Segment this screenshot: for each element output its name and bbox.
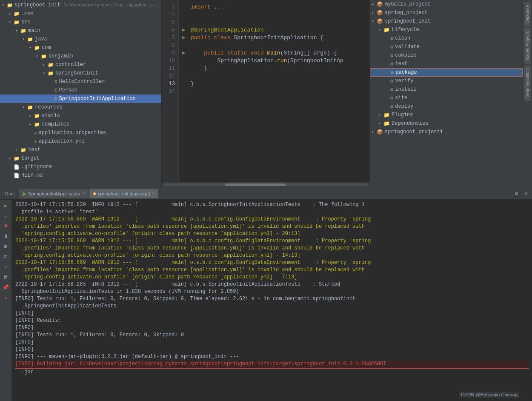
editor-area: 3 4 5 6 7 8 9 10 11 12 13 14 ​import <box>162 0 369 187</box>
tree-item-com[interactable]: ▾📁com <box>0 43 161 52</box>
code-line <box>182 72 366 80</box>
maven-item-clean[interactable]: ⚙clean <box>370 34 523 43</box>
wrap-button[interactable]: ↩ <box>2 263 10 271</box>
maven-item-test[interactable]: ⚙test <box>370 60 523 68</box>
tree-item-test[interactable]: ▸📁test <box>0 146 161 154</box>
tree-item-application.properties[interactable]: ⚙application.properties <box>0 129 161 137</box>
stop-button[interactable]: ■ <box>2 222 10 230</box>
code-line: ▶ public static void main(String[] args)… <box>182 49 366 57</box>
clear-button[interactable]: 🗑 <box>2 273 10 281</box>
maven-item-mybatis_project[interactable]: ▸📦mybatis_project <box>370 0 523 9</box>
console-line: 2022-10-17 17:15:56.869 WARN 1912 --- [ … <box>15 216 529 223</box>
line-numbers: 3 4 5 6 7 8 9 10 11 12 13 14 <box>162 0 179 182</box>
pause-button[interactable]: ⏸ <box>2 232 10 241</box>
maven-item-Lifecycle[interactable]: ▾📁Lifecycle <box>370 26 523 34</box>
code-line <box>182 88 366 95</box>
tree-item-java[interactable]: ▾📁java <box>0 35 161 43</box>
console-line: profile is active: "test" <box>15 209 529 216</box>
maven-projects-tab[interactable]: Maven Projects <box>524 28 531 64</box>
console-line: 2022-10-17 17:15:56.869 WARN 1912 --- [ … <box>15 259 529 266</box>
console-line: [INFO] Tests run: 1, Failures: 0, Errors… <box>15 295 529 303</box>
console-line: [INFO] <box>15 339 529 346</box>
download-run-button[interactable]: ⬇ <box>522 189 530 198</box>
project-sidebar: ▾📁springboot_init D:\Developer\project\s… <box>0 0 162 187</box>
pin-button[interactable]: 📌 <box>2 283 10 292</box>
console-line: .jar <box>15 369 529 376</box>
maven-item-compile[interactable]: ⚙compile <box>370 51 523 60</box>
watermark: CSDN @Benjamin Cheung <box>459 392 519 398</box>
console-line: .profiles' imported from location 'class… <box>15 266 529 274</box>
maven-item-install[interactable]: ⚙install <box>370 85 523 94</box>
tree-item-Person[interactable]: CPerson <box>0 86 161 95</box>
maven-icon: ◆ <box>93 191 96 196</box>
code-line: ▶ @SpringBootApplication <box>182 26 366 34</box>
settings-run-button[interactable]: ⚙ <box>512 189 521 198</box>
console-line: 'spring.config.activate.on-profile' [ori… <box>15 252 529 259</box>
tree-item-target[interactable]: ▸📁target <box>0 154 161 163</box>
bean-validation-tab[interactable]: Bean Validation <box>524 65 531 101</box>
console-line: .profiles' imported from location 'class… <box>15 223 529 230</box>
maven-panel: ▸📦mybatis_project▸📦spring_project▾📦sprin… <box>369 0 523 187</box>
tree-item-resources[interactable]: ▾📁resources <box>0 103 161 112</box>
code-line: } <box>182 80 366 88</box>
maven-item-Plugins[interactable]: ▸📁Plugins <box>370 111 523 119</box>
tree-item-.gitignore[interactable]: 📄.gitignore <box>0 163 161 171</box>
code-line <box>182 19 366 26</box>
code-line: ​import ... <box>182 3 366 11</box>
database-tab[interactable]: Database <box>524 2 531 27</box>
fold-button[interactable]: ⊟ <box>2 252 10 261</box>
run-tab-package-label: springboot_init [package] <box>98 191 150 196</box>
maven-item-verify[interactable]: ⚙verify <box>370 77 523 85</box>
horizontal-scrollbar[interactable] <box>162 182 369 187</box>
run-tab-app[interactable]: ▶ SpringbootInitApplication ✕ <box>19 189 89 198</box>
close-tab-button[interactable]: ✕ <box>82 191 85 196</box>
tree-item-SpringbootInitApplication[interactable]: CSpringbootInitApplication <box>0 95 161 103</box>
maven-item-spring_project[interactable]: ▸📦spring_project <box>370 9 523 17</box>
right-sidebar-tabs: Database Maven Projects Bean Validation <box>523 0 532 187</box>
maven-item-site[interactable]: ⚙site <box>370 94 523 102</box>
run-tabs-bar: Run: ▶ SpringbootInitApplication ✕ ◆ spr… <box>0 188 532 200</box>
tree-item-HELP.md[interactable]: 📄HELP.md <box>0 171 161 180</box>
run-label: Run: <box>2 191 18 196</box>
maven-item-package[interactable]: ⚙package <box>370 68 523 77</box>
maven-item-validate[interactable]: ⚙validate <box>370 43 523 51</box>
console-line: 'spring.config.activate.on-profile' [ori… <box>15 274 529 281</box>
expand-button[interactable]: ⊞ <box>2 242 10 251</box>
console-line: [INFO] <box>15 310 529 317</box>
scrollbar-thumb[interactable] <box>225 183 286 186</box>
editor-content: 3 4 5 6 7 8 9 10 11 12 13 14 ​import <box>162 0 369 182</box>
maven-item-Dependencies[interactable]: ▸📁Dependencies <box>370 119 523 128</box>
tree-item-HelloController[interactable]: CHelloController <box>0 77 161 86</box>
tree-item-springbootinit[interactable]: ▾📁springbootinit <box>0 69 161 77</box>
tree-item-static[interactable]: ▸📁static <box>0 112 161 120</box>
console-line: SpringbootInitApplicationTests in 1.838 … <box>15 288 529 295</box>
tree-item-templates[interactable]: ▸📁templates <box>0 120 161 129</box>
code-editor[interactable]: ​import ... ▶ @SpringBootApplication ▶ p… <box>179 0 369 182</box>
scrollbar-track <box>163 183 368 186</box>
run-tab-package[interactable]: ◆ springboot_init [package] ✕ <box>89 189 158 198</box>
tree-item-main[interactable]: ▾📁main <box>0 26 161 35</box>
tree-item-benjamin[interactable]: ▾📁benjamin <box>0 52 161 60</box>
code-line <box>182 42 366 49</box>
tree-item-application.yml[interactable]: ⚙application.yml <box>0 137 161 146</box>
console-line: .profiles' imported from location 'class… <box>15 245 529 252</box>
tree-item-controller[interactable]: ▸📁controller <box>0 60 161 69</box>
error-button[interactable]: ✕ <box>2 293 10 302</box>
tree-item-src[interactable]: ▾📁src <box>0 18 161 26</box>
maven-item-springboot_project1[interactable]: ▸📦springboot_project1 <box>370 128 523 136</box>
run-content-area: ▶ ↓ ■ ⏸ ⊞ ⊟ ↩ 🗑 📌 ✕ 2022-10-17 17:15:56.… <box>0 200 532 401</box>
close-tab-package-button[interactable]: ✕ <box>152 191 155 196</box>
code-line: SpringApplication.run(SpringbootInitAp <box>182 57 366 65</box>
code-line: } <box>182 65 366 72</box>
tree-item-springboot_init[interactable]: ▾📁springboot_init D:\Developer\project\s… <box>0 1 161 9</box>
step-over-button[interactable]: ↓ <box>2 212 10 220</box>
top-area: ▾📁springboot_init D:\Developer\project\s… <box>0 0 532 187</box>
code-line: ▶ public class SpringbootInitApplication… <box>182 34 366 42</box>
maven-item-deploy[interactable]: ⚙deploy <box>370 102 523 111</box>
console-line: [INFO] Results: <box>15 317 529 324</box>
console-output[interactable]: 2022-10-17 17:15:56.839 INFO 1912 --- [ … <box>12 200 532 401</box>
play-button[interactable]: ▶ <box>2 201 10 210</box>
console-line: 'spring.config.activate.on-profile' [ori… <box>15 230 529 238</box>
maven-item-springboot_init[interactable]: ▾📦springboot_init <box>370 17 523 26</box>
tree-item-mvn[interactable]: ▸📁.mvn <box>0 9 161 18</box>
